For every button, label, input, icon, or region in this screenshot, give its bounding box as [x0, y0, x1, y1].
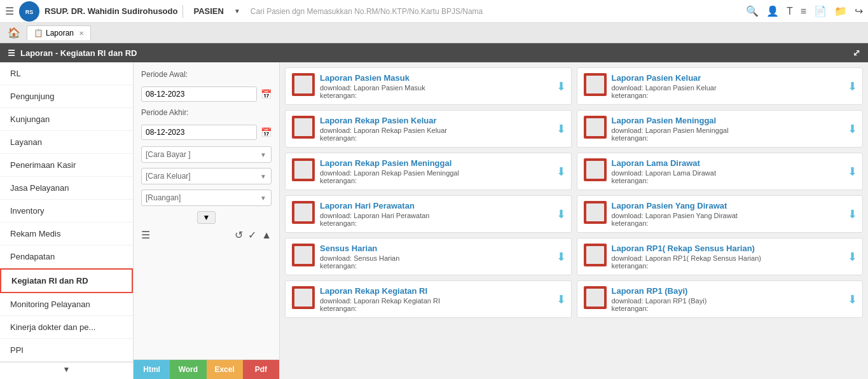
- pasien-label[interactable]: PASIEN: [188, 6, 228, 16]
- sidebar-item-monitoringpelayanan[interactable]: Monitoring Pelayanan: [0, 293, 133, 316]
- calendar-akhir-icon[interactable]: 📅: [261, 127, 272, 137]
- report-keterangan: keterangan:: [612, 177, 857, 184]
- list-view-icon[interactable]: ☰: [141, 229, 150, 241]
- expand-up-icon[interactable]: ▲: [261, 230, 272, 241]
- calendar-awal-icon[interactable]: 📅: [261, 89, 272, 99]
- sidebar-item-inventory[interactable]: Inventory: [0, 200, 133, 223]
- logout-icon[interactable]: ↪: [855, 5, 863, 17]
- report-info: Laporan Pasien Yang Dirawat download: La…: [612, 201, 857, 227]
- section-title: Laporan - Kegiatan RI dan RD: [20, 48, 137, 58]
- sidebar-item-rl[interactable]: RL: [0, 62, 133, 85]
- report-info: Laporan Rekap Pasien Meninggal download:…: [320, 158, 565, 184]
- report-keterangan: keterangan:: [612, 305, 857, 312]
- folder-icon[interactable]: 📁: [834, 5, 847, 17]
- report-thumb-inner: [294, 76, 312, 93]
- report-keterangan: keterangan:: [320, 305, 565, 312]
- report-thumb: [292, 73, 315, 96]
- report-info: Laporan RP1( Rekap Sensus Harian) downlo…: [612, 244, 857, 270]
- report-info: Laporan Pasien Meninggal download: Lapor…: [612, 116, 857, 142]
- list-icon[interactable]: ≡: [801, 6, 806, 17]
- cara-keluar-select[interactable]: [Cara Keluar]: [141, 168, 272, 184]
- reset-icon[interactable]: ↺: [235, 229, 243, 241]
- ruangan-select[interactable]: [Ruangan]: [141, 190, 272, 206]
- report-thumb: [584, 73, 607, 96]
- export-word-btn[interactable]: Word: [170, 360, 206, 379]
- report-title[interactable]: Laporan Rekap Pasien Keluar: [320, 116, 565, 125]
- content-area: Periode Awal: 📅 Periode Akhir: 📅: [134, 62, 868, 379]
- report-download-icon[interactable]: ⬇: [556, 165, 566, 179]
- expand-icon[interactable]: ⤢: [853, 48, 860, 58]
- report-info: Sensus Harian download: Sensus Harian ke…: [320, 244, 565, 270]
- sidebar-item-penerimaankasir[interactable]: Penerimaan Kasir: [0, 154, 133, 177]
- report-thumb-inner: [586, 161, 604, 179]
- report-thumb: [584, 244, 607, 266]
- sidebar-item-kunjungan[interactable]: Kunjungan: [0, 108, 133, 131]
- report-info: Laporan RP1 (Bayi) download: Laporan RP1…: [612, 286, 857, 312]
- report-title[interactable]: Laporan Pasien Keluar: [612, 73, 857, 83]
- report-title[interactable]: Laporan Hari Perawatan: [320, 201, 565, 210]
- report-download-icon[interactable]: ⬇: [848, 122, 857, 136]
- report-download-icon[interactable]: ⬇: [556, 122, 566, 136]
- add-user-icon[interactable]: 👤: [766, 5, 779, 17]
- search-icon[interactable]: 🔍: [746, 5, 759, 17]
- laporan-tab[interactable]: 📋 Laporan ✕: [27, 25, 91, 40]
- report-thumb-inner: [586, 118, 604, 136]
- sidebar-scroll-down[interactable]: ▼: [0, 362, 133, 376]
- report-title[interactable]: Laporan Pasien Yang Dirawat: [612, 201, 857, 210]
- report-download-icon[interactable]: ⬇: [848, 207, 857, 221]
- report-card-laporan-rp1-rekap-sensus-harian: Laporan RP1( Rekap Sensus Harian) downlo…: [577, 238, 864, 275]
- sidebar-item-kegiatanrird[interactable]: Kegiatan RI dan RD: [0, 268, 133, 293]
- export-pdf-btn[interactable]: Pdf: [243, 360, 279, 379]
- report-title[interactable]: Laporan Lama Dirawat: [612, 158, 857, 168]
- text-icon[interactable]: T: [787, 6, 793, 17]
- report-download: download: Laporan Hari Perawatan: [320, 212, 565, 219]
- report-card-laporan-lama-dirawat: Laporan Lama Dirawat download: Laporan L…: [577, 153, 864, 190]
- report-download-icon[interactable]: ⬇: [556, 79, 566, 93]
- report-card-sensus-harian: Sensus Harian download: Sensus Harian ke…: [285, 238, 572, 275]
- sidebar-item-pendapatan[interactable]: Pendapatan: [0, 245, 133, 268]
- periode-awal-input[interactable]: [141, 86, 257, 102]
- main-layout: RLPengunjungKunjunganLayananPenerimaan K…: [0, 62, 868, 379]
- report-download-icon[interactable]: ⬇: [848, 79, 857, 93]
- tab-close-icon[interactable]: ✕: [79, 30, 84, 37]
- report-title[interactable]: Laporan RP1 (Bayi): [612, 286, 857, 296]
- report-title[interactable]: Laporan Pasien Meninggal: [612, 116, 857, 125]
- home-icon[interactable]: 🏠: [3, 24, 25, 41]
- report-card-laporan-hari-perawatan: Laporan Hari Perawatan download: Laporan…: [285, 195, 572, 233]
- export-html-btn[interactable]: Html: [134, 360, 170, 379]
- report-download: download: Laporan RP1 (Bayi): [612, 297, 857, 305]
- report-title[interactable]: Laporan Rekap Pasien Meninggal: [320, 158, 565, 168]
- sidebar-item-kinerjadokter[interactable]: Kinerja dokter dan pe...: [0, 316, 133, 339]
- periode-akhir-label: Periode Akhir:: [141, 108, 189, 117]
- report-download-icon[interactable]: ⬇: [556, 293, 566, 307]
- report-title[interactable]: Laporan Pasien Masuk: [320, 73, 565, 83]
- scroll-down-btn[interactable]: ▼: [197, 211, 216, 224]
- sidebar-item-layanan[interactable]: Layanan: [0, 131, 133, 154]
- report-download-icon[interactable]: ⬇: [848, 293, 857, 307]
- sidebar-item-ppi[interactable]: PPI: [0, 339, 133, 362]
- periode-akhir-input[interactable]: [141, 125, 257, 140]
- report-download-icon[interactable]: ⬇: [556, 250, 566, 264]
- reports-grid: Laporan Pasien Masuk download: Laporan P…: [285, 67, 863, 318]
- hamburger-icon[interactable]: ☰: [5, 5, 14, 17]
- report-thumb-inner: [586, 246, 604, 264]
- check-icon[interactable]: ✓: [248, 229, 256, 241]
- report-thumb: [584, 201, 607, 224]
- report-title[interactable]: Laporan Rekap Kegiatan RI: [320, 286, 565, 296]
- report-download-icon[interactable]: ⬇: [848, 250, 857, 264]
- sidebar-item-pengunjung[interactable]: Pengunjung: [0, 85, 133, 108]
- sidebar-item-rekammedis[interactable]: Rekam Medis: [0, 223, 133, 245]
- pasien-dropdown-icon[interactable]: ▼: [234, 8, 240, 15]
- report-title[interactable]: Laporan RP1( Rekap Sensus Harian): [612, 244, 857, 253]
- document-icon[interactable]: 📄: [814, 5, 827, 17]
- report-thumb: [292, 158, 315, 181]
- report-title[interactable]: Sensus Harian: [320, 244, 565, 253]
- hospital-logo: RS: [19, 1, 39, 22]
- report-download-icon[interactable]: ⬇: [556, 207, 566, 221]
- report-download-icon[interactable]: ⬇: [848, 165, 857, 179]
- export-excel-btn[interactable]: Excel: [207, 360, 243, 379]
- cara-bayar-select[interactable]: [Cara Bayar ]: [141, 146, 272, 163]
- cara-bayar-wrapper: [Cara Bayar ]: [141, 146, 272, 163]
- report-download: download: Laporan Rekap Pasien Keluar: [320, 127, 565, 134]
- sidebar-item-jasapelayanan[interactable]: Jasa Pelayanan: [0, 177, 133, 200]
